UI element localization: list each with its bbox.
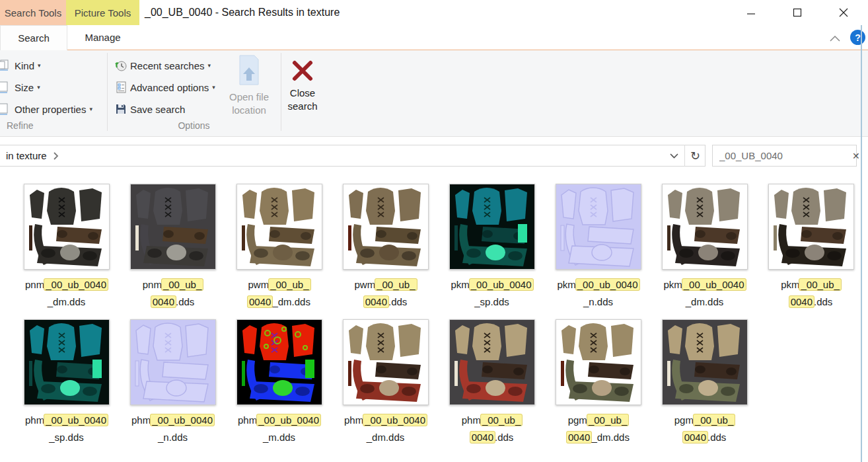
file-name-text: pwm [354,279,375,290]
file-item[interactable]: pkm_00_ub_0040_sp.dds [439,178,545,314]
file-name-text: _n.dds [158,432,188,443]
file-name: pkm_00_ub_0040.dds [781,277,841,311]
file-name: pwm_00_ub_0040.dds [354,277,416,311]
search-match-highlight: _00_ub_0040 [682,278,746,291]
tab-manage[interactable]: Manage [66,25,139,49]
clear-search-icon[interactable]: ✕ [852,151,860,161]
open-file-location-icon [238,54,260,88]
chevron-down-icon [670,153,678,159]
file-thumbnail [343,319,429,405]
search-input[interactable] [718,149,852,162]
file-name-text: _dm.dds [367,432,405,443]
file-item[interactable]: pnm_00_ub_0040_dm.dds [13,178,120,314]
file-thumbnail [768,184,854,270]
file-name-text: pkm [781,279,799,290]
recent-searches-button[interactable]: Recent searches ▾ [115,57,211,74]
chevron-down-icon: ▾ [38,62,41,69]
close-search-x-icon [291,59,314,84]
contextual-tab-search-tools-label: Search Tools [5,7,61,19]
file-thumbnail [236,319,322,405]
tab-search[interactable]: Search [0,25,67,50]
file-item[interactable]: pkm_00_ub_0040_dm.dds [651,178,758,314]
maximize-button[interactable] [782,0,813,25]
chevron-down-icon: ▾ [37,84,40,91]
file-thumbnail [24,184,110,270]
refresh-button[interactable]: ↻ [684,145,705,167]
kind-document-icon [0,59,9,71]
open-file-location-label-line1: Open file [229,91,269,104]
file-name: pnm_00_ub_0040.dds [143,277,203,311]
address-dropdown-button[interactable] [664,145,684,167]
file-item[interactable]: pgm_00_ub_0040.dds [651,314,758,449]
address-bar[interactable]: in texture [0,145,705,167]
file-name-text: .dds [388,296,407,307]
close-search-label-line1: Close [290,87,315,100]
chevron-down-icon: ▾ [89,106,92,112]
file-name-text: _dm.dds [591,432,630,443]
search-match-highlight: _00_ub_0040 [150,414,215,426]
size-document-icon [0,81,9,93]
file-thumbnail [662,319,748,405]
help-icon: ? [855,32,861,43]
file-item[interactable]: pwm_00_ub_0040_dm.dds [226,178,332,314]
search-match-highlight: _00_ub_ [799,278,841,291]
file-thumbnail [24,319,110,405]
file-item[interactable]: pnm_00_ub_0040.dds [120,178,226,314]
size-button[interactable]: Size ▾ [0,79,40,96]
close-button[interactable] [828,0,859,25]
file-name-text: pnm [143,279,162,290]
search-match-highlight: _00_ub_0040 [575,278,640,291]
kind-button[interactable]: Kind ▾ [0,57,41,74]
file-thumbnail [556,184,641,270]
file-item[interactable]: phm_00_ub_0040_sp.dds [13,314,120,449]
breadcrumb[interactable]: in texture [6,150,47,161]
collapse-ribbon-button[interactable] [824,30,846,46]
file-name-text: pwm [248,279,269,290]
contextual-tab-picture-tools[interactable]: Picture Tools [66,0,139,25]
minimize-button[interactable] [736,0,766,25]
file-name-text: phm [344,414,363,426]
properties-document-icon [0,103,9,115]
contextual-tab-search-tools[interactable]: Search Tools [0,0,66,25]
refresh-icon: ↻ [690,149,700,163]
search-match-highlight: 0040 [363,295,389,308]
save-search-button[interactable]: Save search [115,100,185,118]
file-name-text: phm [131,414,151,426]
search-match-highlight: 0040 [470,431,495,443]
search-match-highlight: 0040 [247,295,273,308]
file-item[interactable]: phm_00_ub_0040.dds [439,314,545,449]
file-item[interactable]: phm_00_ub_0040_m.dds [226,314,332,449]
close-search-label-line2: search [287,100,317,113]
advanced-options-button[interactable]: Advanced options ▾ [115,79,215,96]
explorer-window: Search Tools Picture Tools _00_UB_0040 -… [0,0,868,462]
other-properties-button[interactable]: Other properties ▾ [0,100,92,118]
file-name-text: _dm.dds [686,296,724,307]
file-item[interactable]: phm_00_ub_0040_n.dds [120,314,226,449]
minimize-icon [746,8,756,17]
search-match-highlight: 0040 [566,431,592,443]
open-file-location-button[interactable]: Open file location [224,54,274,128]
chevron-down-icon: ▾ [208,62,211,69]
breadcrumb-chevron-icon[interactable] [54,152,59,160]
file-thumbnail [130,319,216,405]
file-name: pwm_00_ub_0040_dm.dds [248,277,310,311]
file-thumbnail [449,319,535,405]
file-item[interactable]: pgm_00_ub_0040_dm.dds [545,314,651,449]
file-name-text: pkm [451,279,469,290]
file-name: pkm_00_ub_0040_dm.dds [663,277,745,311]
file-name: pgm_00_ub_0040.dds [674,412,735,447]
file-name-text: pnm [25,279,44,290]
file-thumbnail [662,184,748,270]
file-name-text: .dds [176,296,194,307]
help-button[interactable]: ? [850,30,865,45]
file-item[interactable]: phm_00_ub_0040_dm.dds [332,314,439,449]
file-item[interactable]: pwm_00_ub_0040.dds [332,178,439,314]
window-title: _00_UB_0040 - Search Results in texture [145,0,340,25]
file-name-text: .dds [814,296,832,307]
close-search-button[interactable]: Close search [277,54,328,128]
file-item[interactable]: pkm_00_ub_0040_n.dds [545,178,651,314]
file-item[interactable]: pkm_00_ub_0040.dds [758,178,864,314]
file-name-text: _dm.dds [48,296,86,307]
save-search-floppy-icon [115,103,127,115]
file-name-text: pkm [663,279,682,290]
